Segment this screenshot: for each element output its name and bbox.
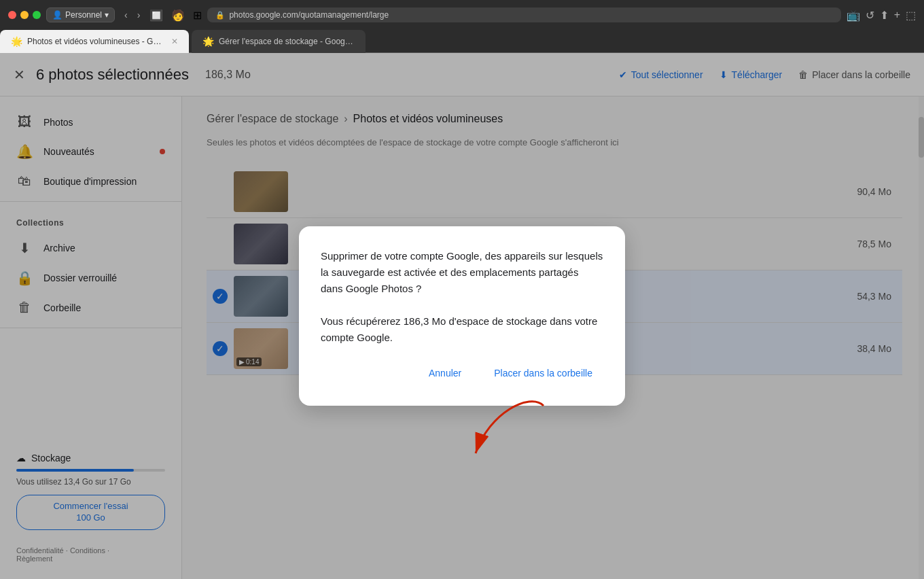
traffic-lights [8, 11, 41, 19]
new-tab-icon[interactable]: + [894, 9, 900, 21]
forward-button[interactable]: › [133, 8, 145, 22]
tabs-bar: 🌟 Photos et vidéos volumineuses - Google… [0, 30, 924, 53]
confirmation-modal: Supprimer de votre compte Google, des ap… [299, 226, 625, 406]
account-icon: 🧑 [171, 9, 185, 22]
browser-chrome: 👤 Personnel ▾ ‹ › 🔲 🧑 ⊞ 🔒 photos.google.… [0, 0, 924, 53]
sidebar-toggle-icon[interactable]: ⬚ [906, 9, 916, 22]
tab-label-2: Gérer l'espace de stockage - Google Phot… [219, 37, 355, 46]
share-icon[interactable]: ⬆ [880, 9, 889, 22]
address-text: photos.google.com/quotamanagement/large [229, 10, 389, 20]
nav-buttons: ‹ › [120, 8, 144, 22]
minimize-window-button[interactable] [20, 11, 29, 19]
back-button[interactable]: ‹ [120, 8, 132, 22]
lock-icon: 🔒 [215, 11, 225, 20]
refresh-icon[interactable]: ↺ [866, 9, 874, 22]
title-bar: 👤 Personnel ▾ ‹ › 🔲 🧑 ⊞ 🔒 photos.google.… [0, 0, 924, 30]
tab-icon-1: 🔲 [149, 9, 163, 22]
modal-actions: Annuler Placer dans la corbeille [321, 362, 603, 384]
arrow-annotation [469, 399, 571, 487]
modal-cancel-button[interactable]: Annuler [418, 362, 472, 384]
person-icon: 👤 [52, 10, 63, 20]
grid-icon: ⊞ [193, 9, 202, 22]
modal-text-2: Vous récupérerez 186,3 Mo d'espace de st… [321, 313, 603, 346]
modal-overlay: Supprimer de votre compte Google, des ap… [0, 53, 924, 579]
tab-favicon-2: 🌟 [202, 36, 213, 47]
modal-text-1: Supprimer de votre compte Google, des ap… [321, 248, 603, 297]
address-bar[interactable]: 🔒 photos.google.com/quotamanagement/larg… [207, 7, 840, 22]
tab-gerer-stockage[interactable]: 🌟 Gérer l'espace de stockage - Google Ph… [192, 30, 366, 53]
tab-close-1[interactable]: ✕ [171, 37, 178, 46]
profile-button[interactable]: 👤 Personnel ▾ [46, 7, 115, 22]
tab-favicon-1: 🌟 [11, 36, 22, 47]
profile-label: Personnel [65, 10, 102, 20]
cast-icon[interactable]: 📺 [847, 9, 860, 22]
fullscreen-window-button[interactable] [33, 11, 41, 19]
tab-label-1: Photos et vidéos volumineuses - Google P… [27, 37, 163, 46]
chevron-down-icon: ▾ [105, 10, 109, 20]
modal-confirm-button[interactable]: Placer dans la corbeille [483, 362, 603, 384]
tab-photos-volumineuses[interactable]: 🌟 Photos et vidéos volumineuses - Google… [0, 30, 189, 53]
toolbar-right: 📺 ↺ ⬆ + ⬚ [847, 9, 916, 22]
close-window-button[interactable] [8, 11, 16, 19]
